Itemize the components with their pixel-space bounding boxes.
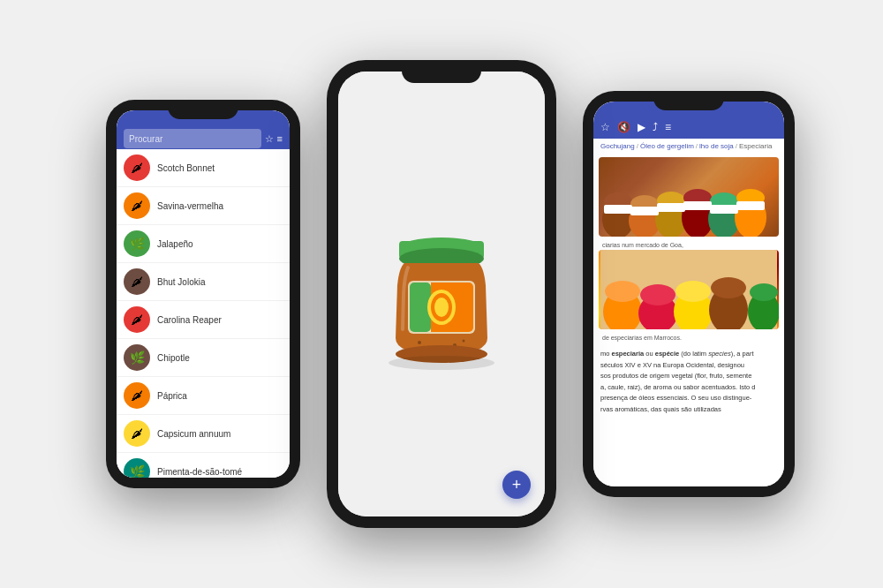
list-item[interactable]: 🌿Chipotle xyxy=(117,339,290,377)
breadcrumb-current: Especiaria xyxy=(739,142,772,150)
right-images: ciarias num mercado de Goa, xyxy=(593,154,784,346)
right-phone-content: ☆ 🔇 ▶ ⤴ ≡ Gochujang / Óleo de gergelim /… xyxy=(593,102,784,486)
right-star-icon[interactable]: ☆ xyxy=(600,121,610,133)
right-phone: ☆ 🔇 ▶ ⤴ ≡ Gochujang / Óleo de gergelim /… xyxy=(583,91,795,497)
filter-icon[interactable]: ≡ xyxy=(277,133,283,145)
item-label: Pimenta-de-são-tomé xyxy=(157,467,242,477)
spice-market-image-1 xyxy=(599,157,779,237)
list-item[interactable]: 🌶Carolina Reaper xyxy=(117,301,290,339)
text-line-5: presença de óleos essenciais. O seu uso … xyxy=(600,394,777,403)
text-line-1: mo especiaria ou espécie (do latim speci… xyxy=(600,350,777,359)
item-label: Capsicum annuum xyxy=(157,429,230,439)
item-avatar: 🌶 xyxy=(124,268,150,295)
chipotle-jar xyxy=(371,215,512,373)
item-avatar: 🌶 xyxy=(124,420,150,447)
svg-point-38 xyxy=(605,281,640,302)
item-avatar: 🌶 xyxy=(124,382,150,409)
list-item[interactable]: 🌶Scotch Bonnet xyxy=(117,149,290,187)
item-avatar: 🌶 xyxy=(124,306,150,333)
svg-point-11 xyxy=(418,341,421,344)
star-icon[interactable]: ☆ xyxy=(265,133,274,145)
svg-rect-33 xyxy=(683,201,712,210)
right-text-area: mo especiaria ou espécie (do latim speci… xyxy=(593,346,784,419)
fab-button[interactable]: + xyxy=(502,471,531,499)
search-bar[interactable]: Procurar xyxy=(124,129,261,148)
list-item[interactable]: 🌶Savina-vermelha xyxy=(117,187,290,225)
item-avatar: 🌿 xyxy=(124,458,150,478)
item-label: Scotch Bonnet xyxy=(157,163,215,173)
item-avatar: 🌶 xyxy=(124,155,150,181)
item-avatar: 🌿 xyxy=(124,344,150,371)
left-phone: Procurar ☆ ≡ 🌶Scotch Bonnet🌶Savina-verme… xyxy=(106,100,300,488)
image2-caption: de especiarias em Marrocos. xyxy=(599,333,779,343)
image1-caption: ciarias num mercado de Goa, xyxy=(599,240,779,250)
svg-rect-31 xyxy=(630,207,659,215)
text-line-2: séculos XIV e XV na Europa Ocidental, de… xyxy=(600,361,777,371)
list-item[interactable]: 🌶Bhut Jolokia xyxy=(117,263,290,301)
item-avatar: 🌿 xyxy=(124,230,150,257)
list-item[interactable]: 🌿Pimenta-de-são-tomé xyxy=(117,453,290,478)
list-item[interactable]: 🌿Jalapeño xyxy=(117,225,290,263)
svg-point-14 xyxy=(463,340,465,343)
breadcrumb-gochujang[interactable]: Gochujang xyxy=(600,142,635,150)
list-item[interactable]: 🌶Capsicum annuum xyxy=(117,415,290,453)
right-play-icon[interactable]: ▶ xyxy=(638,121,645,133)
left-phone-notch xyxy=(168,100,238,119)
spice-list: 🌶Scotch Bonnet🌶Savina-vermelha🌿Jalapeño🌶… xyxy=(117,149,290,478)
item-avatar: 🌶 xyxy=(124,192,150,219)
jar-container xyxy=(338,72,545,516)
svg-point-44 xyxy=(711,277,746,298)
svg-rect-32 xyxy=(657,203,685,212)
breadcrumb-soja[interactable]: lho de soja xyxy=(699,142,734,150)
search-placeholder: Procurar xyxy=(129,134,162,144)
right-share-icon[interactable]: ⤴ xyxy=(653,121,658,133)
center-phone-notch xyxy=(402,60,481,83)
list-item[interactable]: 🌶Páprica xyxy=(117,377,290,415)
right-phone-notch xyxy=(653,91,724,110)
item-label: Carolina Reaper xyxy=(157,315,222,325)
left-phone-content: Procurar ☆ ≡ 🌶Scotch Bonnet🌶Savina-verme… xyxy=(117,110,290,478)
text-line-4: a, caule, raiz), de aroma ou sabor acent… xyxy=(600,383,777,393)
item-label: Bhut Jolokia xyxy=(157,277,205,287)
item-label: Páprica xyxy=(157,391,187,401)
header-icons: ☆ ≡ xyxy=(265,133,283,145)
right-mute-icon[interactable]: 🔇 xyxy=(617,121,630,133)
breadcrumb-oleo[interactable]: Óleo de gergelim xyxy=(640,142,694,150)
svg-point-40 xyxy=(640,284,675,305)
spice-market-image-2 xyxy=(599,250,779,329)
center-phone: + xyxy=(327,60,556,528)
svg-rect-35 xyxy=(736,201,765,210)
svg-point-42 xyxy=(675,281,711,302)
item-label: Jalapeño xyxy=(157,239,193,249)
item-label: Savina-vermelha xyxy=(157,201,223,211)
svg-point-10 xyxy=(434,298,449,317)
right-menu-icon[interactable]: ≡ xyxy=(665,121,671,133)
svg-rect-30 xyxy=(604,205,632,214)
breadcrumb-bar: Gochujang / Óleo de gergelim / lho de so… xyxy=(593,139,784,154)
svg-rect-34 xyxy=(710,205,738,214)
scene: Procurar ☆ ≡ 🌶Scotch Bonnet🌶Savina-verme… xyxy=(0,0,883,588)
svg-point-17 xyxy=(389,356,494,370)
text-line-6: rvas aromáticas, das quais são utilizada… xyxy=(600,405,777,415)
text-line-3: sos produtos de origem vegetal (flor, fr… xyxy=(600,372,777,381)
item-label: Chipotle xyxy=(157,353,190,363)
center-phone-content: + xyxy=(338,72,545,516)
svg-point-46 xyxy=(750,283,778,301)
